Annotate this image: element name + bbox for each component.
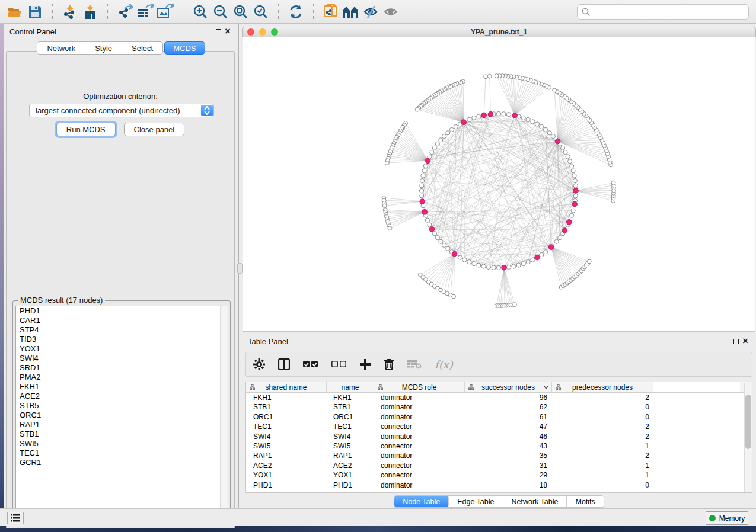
table-scrollbar-thumb[interactable] — [745, 395, 751, 449]
mcds-result-item[interactable]: STP4 — [16, 325, 228, 335]
tab-style[interactable]: Style — [85, 42, 122, 54]
deselect-all-icon[interactable] — [331, 360, 347, 368]
mcds-result-list[interactable]: PHD1CAR1STP4TID3YOX1SWI4SRD1PMA2FKH1ACE2… — [15, 306, 228, 519]
memory-button[interactable]: Memory — [706, 511, 748, 525]
tab-select[interactable]: Select — [122, 42, 162, 54]
mcds-result-item[interactable]: YOX1 — [16, 344, 228, 354]
mcds-list-scrollbar[interactable] — [220, 306, 228, 518]
table-cell: FKH1 — [327, 393, 374, 402]
table-settings-gear-icon[interactable] — [253, 358, 265, 370]
column-header-shared-name[interactable]: shared name — [246, 382, 327, 392]
tab-edge-table[interactable]: Edge Table — [449, 496, 503, 507]
table-cell: FKH1 — [246, 393, 327, 402]
tab-mcds[interactable]: MCDS — [164, 41, 205, 55]
mcds-result-item[interactable]: RAP1 — [16, 420, 228, 430]
close-panel-button[interactable]: Close panel — [124, 123, 185, 136]
control-panel: Control Panel × Optimization criterion: … — [4, 24, 238, 508]
mcds-result-item[interactable]: SRD1 — [16, 363, 228, 373]
mcds-result-item[interactable]: PMA2 — [16, 373, 228, 382]
table-cell: 2 — [552, 432, 653, 441]
optimization-criterion-select[interactable]: largest connected component (undirected) — [29, 104, 214, 117]
network-window-titlebar[interactable]: YPA_prune.txt_1 — [242, 27, 756, 37]
create-column-icon[interactable] — [360, 359, 371, 370]
table-scrollbar[interactable] — [744, 383, 752, 493]
list-icon — [11, 514, 20, 522]
table-cell: TEC1 — [327, 422, 374, 431]
tab-motifs[interactable]: Motifs — [567, 496, 603, 507]
zoom-out-icon[interactable] — [210, 3, 231, 21]
task-history-button[interactable] — [7, 512, 24, 524]
mcds-result-item[interactable]: FKH1 — [16, 382, 228, 392]
zoom-in-icon[interactable] — [190, 3, 210, 21]
tab-node-table[interactable]: Node Table — [394, 496, 449, 507]
column-header-successor-nodes[interactable]: successor nodes — [465, 382, 552, 392]
toolbar-separator — [313, 4, 314, 20]
fit-selected-icon[interactable] — [251, 3, 271, 21]
first-neighbors-icon[interactable] — [341, 3, 361, 21]
table-row[interactable]: PHD1PHD1dominator180 — [246, 480, 752, 490]
table-cell: SWI4 — [327, 432, 374, 441]
open-ndex-icon[interactable] — [321, 3, 341, 21]
table-cell: PHD1 — [246, 480, 327, 490]
toolbar-separator — [183, 4, 183, 20]
refresh-icon[interactable] — [286, 3, 306, 21]
table-row[interactable]: ORC1ORC1dominator610 — [246, 412, 752, 422]
mcds-result-item[interactable]: ORC1 — [16, 411, 228, 420]
mcds-result-item[interactable]: PHD1 — [16, 306, 228, 316]
delete-column-icon[interactable] — [384, 358, 394, 370]
column-header-name[interactable]: name — [327, 382, 374, 392]
network-canvas[interactable] — [243, 37, 755, 332]
status-bar — [0, 508, 756, 526]
import-network-icon[interactable] — [60, 3, 80, 21]
column-header-MCDS-role[interactable]: MCDS role — [374, 382, 465, 392]
delete-table-icon — [407, 360, 422, 369]
save-session-icon[interactable] — [25, 3, 45, 21]
tab-network[interactable]: Network — [37, 42, 85, 54]
export-table-icon[interactable] — [135, 3, 155, 21]
table-row[interactable]: ACE2ACE2connector311 — [246, 461, 752, 470]
table-row[interactable]: SWI5SWI5connector431 — [246, 441, 752, 451]
import-table-icon[interactable] — [80, 3, 100, 21]
table-row[interactable]: YOX1YOX1connector291 — [246, 470, 752, 480]
control-panel-close-icon[interactable]: × — [223, 28, 232, 34]
network-graph — [243, 37, 756, 332]
mcds-result-item[interactable]: STB1 — [16, 430, 228, 439]
run-mcds-button[interactable]: Run MCDS — [56, 123, 116, 136]
mcds-result-item[interactable]: ACE2 — [16, 392, 228, 401]
table-row[interactable]: RAP1RAP1dominator352 — [246, 451, 752, 460]
export-network-icon[interactable] — [115, 3, 135, 21]
table-cell: 35 — [465, 451, 552, 460]
search-field[interactable] — [577, 4, 749, 20]
optimization-criterion-value: largest connected component (undirected) — [36, 106, 180, 115]
table-panel-close-icon[interactable]: × — [741, 338, 750, 344]
open-session-icon[interactable] — [5, 3, 25, 21]
table-row[interactable]: FKH1FKH1dominator962 — [246, 393, 752, 402]
select-all-icon[interactable] — [303, 360, 318, 368]
table-cell: dominator — [374, 451, 465, 460]
control-panel-float-icon[interactable] — [213, 27, 223, 36]
mcds-result-item[interactable]: SWI4 — [16, 354, 228, 363]
mcds-result-item[interactable]: TID3 — [16, 335, 228, 344]
table-row[interactable]: SWI4SWI4dominator462 — [246, 432, 752, 441]
show-all-icon[interactable] — [381, 3, 401, 21]
mcds-result-item[interactable]: SWI5 — [16, 439, 228, 448]
table-row[interactable]: STB1STB1dominator620 — [246, 402, 752, 412]
hide-selected-icon[interactable] — [361, 3, 381, 21]
table-panel-float-icon[interactable] — [731, 337, 741, 346]
column-header-empty — [653, 382, 740, 392]
table-cell: SWI5 — [246, 441, 327, 451]
mcds-result-item[interactable]: TEC1 — [16, 448, 228, 458]
export-image-icon[interactable] — [155, 3, 176, 21]
show-column-panel-icon[interactable] — [278, 358, 290, 370]
column-header-predecessor-nodes[interactable]: predecessor nodes — [552, 382, 653, 392]
table-cell: 0 — [552, 402, 653, 412]
mcds-result-item[interactable]: CAR1 — [16, 316, 228, 325]
fit-content-icon[interactable] — [231, 3, 251, 21]
table-row[interactable]: TEC1TEC1connector472 — [246, 422, 752, 431]
tab-network-table[interactable]: Network Table — [503, 496, 567, 507]
search-input[interactable] — [577, 4, 749, 20]
mcds-result-item[interactable]: GCR1 — [16, 458, 228, 467]
table-cell: 18 — [465, 480, 552, 490]
network-window-title: YPA_prune.txt_1 — [243, 28, 755, 36]
mcds-result-item[interactable]: STB5 — [16, 401, 228, 411]
